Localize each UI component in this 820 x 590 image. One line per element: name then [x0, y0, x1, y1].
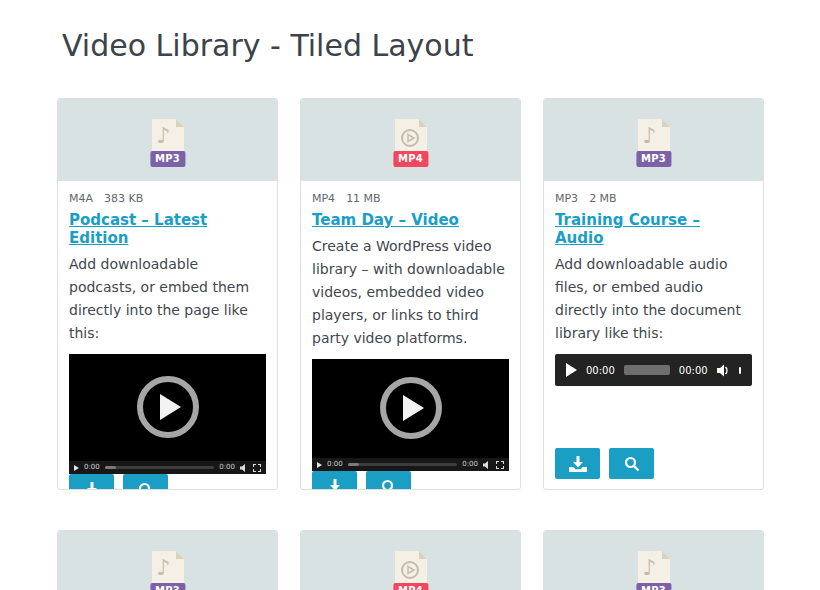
- music-note-icon: ♪: [643, 125, 657, 147]
- download-icon: [83, 482, 101, 491]
- download-icon: [569, 456, 587, 472]
- download-button[interactable]: [555, 448, 600, 479]
- volume-icon[interactable]: [483, 461, 491, 469]
- format-badge: MP3: [636, 583, 671, 590]
- progress-bar[interactable]: [624, 365, 670, 375]
- download-button[interactable]: [69, 474, 114, 490]
- document-title-link[interactable]: Training Course – Audio: [555, 211, 752, 247]
- search-icon: [381, 479, 397, 491]
- card-header: ♪ MP3: [544, 531, 763, 590]
- progress-fill: [105, 466, 116, 469]
- video-file-icon: MP4: [391, 550, 431, 590]
- duration-time: 0:00: [219, 464, 235, 471]
- progress-bar[interactable]: [105, 466, 215, 469]
- file-format: MP4: [312, 192, 335, 205]
- media-card-row2-1: ♪ MP3: [57, 530, 278, 590]
- download-button[interactable]: [312, 471, 357, 490]
- progress-fill: [348, 463, 359, 466]
- play-button-icon[interactable]: [317, 462, 322, 468]
- progress-bar[interactable]: [348, 463, 458, 466]
- volume-slider[interactable]: [739, 367, 741, 374]
- big-play-button[interactable]: [137, 376, 199, 438]
- media-card-row2-2: MP4: [300, 530, 521, 590]
- media-card-podcast: ♪ MP3 M4A383 KB Podcast – Latest Edition…: [57, 98, 278, 490]
- card-body: MP411 MB Team Day – Video Create a WordP…: [301, 181, 520, 490]
- format-badge: MP4: [393, 583, 428, 590]
- play-button-icon[interactable]: [74, 465, 79, 471]
- file-format: MP3: [555, 192, 578, 205]
- search-icon: [624, 456, 640, 472]
- file-size: 383 KB: [104, 192, 143, 205]
- card-actions: [312, 471, 509, 490]
- video-controls[interactable]: 0:00 0:00: [312, 458, 509, 471]
- audio-file-icon: ♪ MP3: [148, 118, 188, 178]
- audio-file-icon: ♪ MP3: [148, 550, 188, 590]
- music-note-icon: ♪: [643, 557, 657, 579]
- play-icon: [403, 395, 424, 421]
- preview-button[interactable]: [123, 474, 168, 490]
- file-meta: MP411 MB: [312, 192, 509, 205]
- media-card-team-day: MP4 MP411 MB Team Day – Video Create a W…: [300, 98, 521, 490]
- card-description: Create a WordPress video library – with …: [312, 235, 509, 350]
- media-card-row2-3: ♪ MP3: [543, 530, 764, 590]
- format-badge: MP4: [393, 151, 428, 167]
- page: Video Library - Tiled Layout ♪ MP3 M4A38…: [0, 0, 820, 590]
- search-icon: [138, 482, 154, 491]
- file-size: 11 MB: [346, 192, 381, 205]
- video-player[interactable]: 0:00 0:00: [69, 354, 266, 474]
- audio-file-icon: ♪ MP3: [634, 550, 674, 590]
- card-header: MP4: [301, 99, 520, 181]
- current-time: 00:00: [586, 365, 615, 376]
- music-note-icon: ♪: [157, 557, 171, 579]
- fullscreen-icon[interactable]: [253, 464, 261, 472]
- format-badge: MP3: [150, 583, 185, 590]
- file-size: 2 MB: [589, 192, 617, 205]
- audio-player[interactable]: 00:00 00:00: [555, 354, 752, 386]
- card-body: M4A383 KB Podcast – Latest Edition Add d…: [58, 181, 277, 490]
- preview-button[interactable]: [366, 471, 411, 490]
- card-description: Add downloadable podcasts, or embed them…: [69, 253, 266, 345]
- page-title: Video Library - Tiled Layout: [62, 26, 820, 66]
- current-time: 0:00: [327, 461, 343, 468]
- card-header: MP4: [301, 531, 520, 590]
- music-note-icon: ♪: [157, 125, 171, 147]
- preview-button[interactable]: [609, 448, 654, 479]
- download-icon: [326, 479, 344, 491]
- document-title-link[interactable]: Team Day – Video: [312, 211, 509, 229]
- video-controls[interactable]: 0:00 0:00: [69, 461, 266, 474]
- volume-icon[interactable]: [717, 364, 730, 377]
- card-actions: [555, 448, 752, 479]
- audio-file-icon: ♪ MP3: [634, 118, 674, 178]
- tile-grid: ♪ MP3 M4A383 KB Podcast – Latest Edition…: [0, 98, 820, 590]
- file-meta: M4A383 KB: [69, 192, 266, 205]
- card-header: ♪ MP3: [58, 531, 277, 590]
- format-badge: MP3: [636, 151, 671, 167]
- media-card-training: ♪ MP3 MP32 MB Training Course – Audio Ad…: [543, 98, 764, 490]
- current-time: 0:00: [84, 464, 100, 471]
- fullscreen-icon[interactable]: [496, 461, 504, 469]
- volume-icon[interactable]: [240, 464, 248, 472]
- file-format: M4A: [69, 192, 93, 205]
- video-file-icon: MP4: [391, 118, 431, 178]
- card-description: Add downloadable audio files, or embed a…: [555, 253, 752, 345]
- play-icon: [160, 394, 181, 420]
- play-button-icon[interactable]: [566, 363, 577, 377]
- file-meta: MP32 MB: [555, 192, 752, 205]
- card-actions: [69, 474, 266, 490]
- video-player[interactable]: 0:00 0:00: [312, 359, 509, 471]
- card-header: ♪ MP3: [544, 99, 763, 181]
- format-badge: MP3: [150, 151, 185, 167]
- duration-time: 0:00: [462, 461, 478, 468]
- card-header: ♪ MP3: [58, 99, 277, 181]
- document-title-link[interactable]: Podcast – Latest Edition: [69, 211, 266, 247]
- duration-time: 00:00: [679, 365, 708, 376]
- card-body: MP32 MB Training Course – Audio Add down…: [544, 181, 763, 489]
- big-play-button[interactable]: [380, 377, 442, 439]
